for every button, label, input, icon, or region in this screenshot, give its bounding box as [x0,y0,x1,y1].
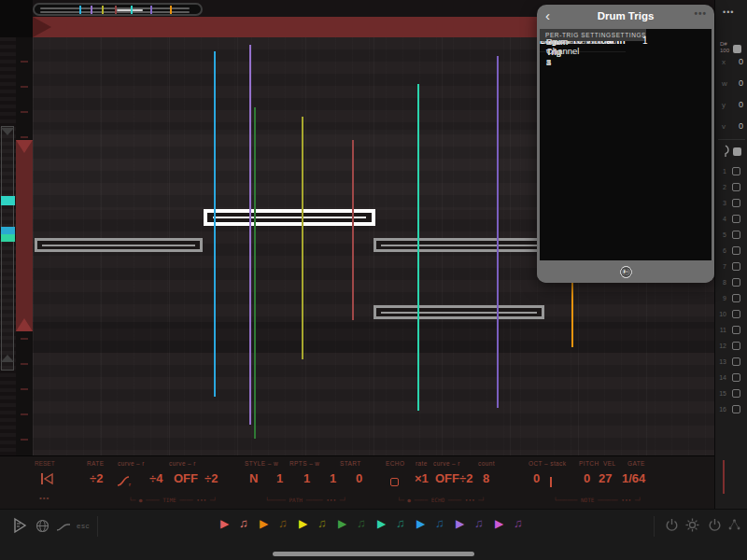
playhead-play-icon[interactable]: ▶ [299,517,307,530]
top-left-corner [0,0,33,37]
step-checkbox[interactable] [732,199,740,207]
curve-mode-icon[interactable] [56,523,71,532]
step-checkbox[interactable] [732,405,740,413]
playhead-note-icon[interactable]: ♫ [278,516,288,530]
path-footer[interactable]: └───── PATH ───── ••• ─┘ [238,497,374,503]
info-icon[interactable]: i [625,267,627,277]
vel-value[interactable]: 27 [599,471,612,485]
step-checkbox[interactable] [732,357,740,366]
param-list: x0w0y0v0 [715,52,747,138]
time-footer[interactable]: └─ ● ──── TIME ──── ••• ─┘ [89,497,257,503]
rpts-value-3[interactable]: 1 [330,471,336,485]
step-row: 16 [715,402,747,418]
note-bar-selected[interactable] [204,209,375,226]
step-checkbox[interactable] [732,246,740,255]
esc-button[interactable]: esc [77,522,90,530]
note-bar[interactable] [374,305,544,319]
step-checkbox[interactable] [732,167,740,175]
playhead-note-icon[interactable]: ♫ [474,516,484,530]
step-checkbox[interactable] [732,183,740,191]
step-checkbox[interactable] [732,326,740,334]
playhead-play-icon[interactable]: ▶ [260,517,268,530]
step-number: 2 [717,184,726,190]
pitch-label: PITCH [579,460,599,467]
gate-value[interactable]: 1/64 [622,471,645,485]
step-checkbox[interactable] [732,342,740,350]
divider [654,516,655,537]
home-indicator[interactable] [273,552,474,556]
curve-off-value[interactable]: OFF [174,471,198,485]
play-outline-icon[interactable] [11,517,28,534]
echo-checkbox[interactable] [390,478,399,486]
zoom-range-band[interactable] [16,140,33,331]
playhead-note-icon[interactable]: ♫ [396,516,405,530]
rpts-value-2[interactable]: 1 [303,471,310,485]
skip-back-icon[interactable] [39,471,54,486]
step-checkbox[interactable] [732,215,740,223]
playhead-play-icon[interactable]: ▶ [377,517,386,530]
step-row: 13 [715,355,747,371]
power-icon-2[interactable] [708,518,722,532]
echo-curve-value[interactable]: OFF [435,471,459,485]
popup-toolbar: × ▸ i [537,260,714,283]
red-grip-handle[interactable] [723,460,740,494]
curve-r-label-2: curve – r [169,460,196,467]
step-checkbox[interactable] [732,262,740,271]
step-checkbox[interactable] [732,231,740,239]
start-value[interactable]: 0 [356,471,362,485]
power-icon[interactable] [665,518,679,532]
zoom-bottom-handle[interactable] [16,318,33,331]
step-checkbox[interactable] [732,278,740,287]
curve-icon[interactable]: r [117,475,134,487]
playhead-start-marker[interactable] [33,17,51,37]
minimap-viewport[interactable] [1,126,14,371]
pitch-value[interactable]: 0 [584,471,590,485]
oct-value[interactable]: 0 [533,471,540,485]
curve-value-1[interactable]: ÷4 [149,471,162,485]
echo-rate-value[interactable]: ×1 [415,471,429,485]
note-footer[interactable]: └────── NOTE ────── ••• ─┘ [523,497,672,503]
zoom-top-handle[interactable] [16,140,33,153]
side-menu-button[interactable]: ••• [723,7,734,17]
rpts-value-1[interactable]: 1 [276,471,283,485]
step-number: 8 [717,279,726,286]
playhead-play-icon[interactable]: ▶ [495,517,503,530]
minimap-note-mark [1,227,15,234]
r-value[interactable]: ÷2 [204,471,218,485]
playhead-note-icon[interactable]: ♫ [317,516,327,530]
echo-r-value[interactable]: ÷2 [459,471,472,485]
reset-more-button[interactable]: ••• [39,494,49,502]
popup-menu-button[interactable]: ••• [694,8,707,19]
rate-value[interactable]: ÷2 [90,471,103,485]
style-value[interactable]: N [249,471,258,485]
playhead-note-icon[interactable]: ♫ [514,516,523,530]
step-checkbox[interactable] [732,310,740,318]
globe-icon[interactable] [35,519,49,533]
rpts-label: RPTS – w [289,460,319,467]
step-checkbox[interactable] [732,389,740,398]
overview-note-segment [117,9,143,11]
clef-checkbox-checked[interactable] [733,147,741,156]
note-bar[interactable] [374,238,544,252]
overview-playhead-tick [115,6,117,14]
echo-footer[interactable]: └─ ● ──── ECHO ──── ••• ─┘ [378,497,504,503]
playhead-note-icon[interactable]: ♫ [239,516,248,530]
playhead-play-icon[interactable]: ▶ [416,517,425,530]
pattern-overview[interactable] [33,3,203,16]
playhead-note-icon[interactable]: ♫ [357,516,366,530]
step-checkbox[interactable] [732,373,740,382]
note-bar[interactable] [35,238,203,252]
drum-trigs-popup: ‹ Drum Trigs ••• MIDI DESTINATION FMRuba… [537,5,714,283]
pitch-minimap[interactable] [0,37,16,455]
step-checkbox[interactable] [732,294,740,302]
nodes-icon[interactable] [727,518,741,532]
echo-count-value[interactable]: 8 [483,471,489,485]
vertical-zoom-slider[interactable] [16,37,33,455]
minimap-note-mark [1,196,15,205]
step-number: 14 [717,374,726,381]
playhead-play-icon[interactable]: ▶ [220,517,229,530]
playhead-play-icon[interactable]: ▶ [456,517,464,530]
gear-icon[interactable] [685,518,699,532]
playhead-note-icon[interactable]: ♫ [435,516,444,530]
playhead-play-icon[interactable]: ▶ [338,517,346,530]
